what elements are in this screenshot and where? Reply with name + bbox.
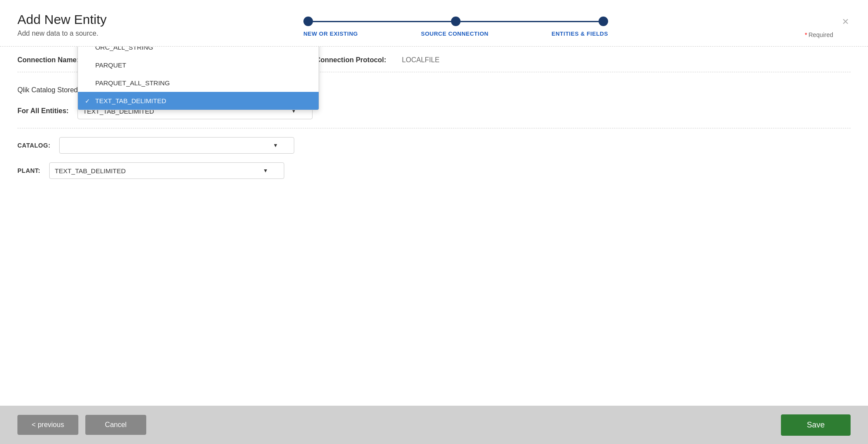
dropdown-item-parquet[interactable]: PARQUET — [78, 56, 319, 74]
step-label-3: ENTITIES & FIELDS — [552, 30, 608, 37]
catalog-dropdown-arrow-icon: ▼ — [273, 142, 278, 148]
save-button[interactable]: Save — [781, 414, 851, 436]
modal-body: Connection Name: XML_LOCALFILE_CONNECTIO… — [0, 47, 868, 406]
dropdown-item-orc-all-string[interactable]: ORC_ALL_STRING — [78, 47, 319, 56]
step-labels: NEW OR EXISTING SOURCE CONNECTION ENTITI… — [303, 30, 608, 37]
stepper-container: NEW OR EXISTING SOURCE CONNECTION ENTITI… — [107, 12, 805, 37]
format-section: Qlik Catalog Stored Format Type: For All… — [17, 72, 851, 198]
step-label-1: NEW OR EXISTING — [303, 30, 358, 37]
add-entity-modal: Add New Entity Add new data to a source.… — [0, 0, 868, 444]
catalog-row: CATALOG: ▼ — [17, 128, 851, 154]
plant-select-display[interactable]: TEXT_TAB_DELIMITED ▼ — [49, 162, 284, 179]
text-tab-delimited-label: TEXT_TAB_DELIMITED — [95, 97, 166, 104]
required-asterisk: * — [805, 31, 807, 38]
modal-subtitle: Add new data to a source. — [17, 30, 107, 37]
catalog-select-display[interactable]: ▼ — [59, 137, 294, 154]
plant-label: PLANT: — [17, 167, 40, 174]
step-dot-2 — [451, 17, 461, 26]
modal-footer: < previous Cancel Save — [0, 406, 868, 444]
orc-all-string-label: ORC_ALL_STRING — [95, 47, 153, 51]
header-left: Add New Entity Add new data to a source. — [17, 12, 107, 37]
format-select-box: — AVRO ORC ORC_ALL_STRING — [77, 103, 313, 119]
step-line-2 — [461, 21, 599, 22]
dropdown-item-parquet-all-string[interactable]: PARQUET_ALL_STRING — [78, 74, 319, 92]
modal-header: Add New Entity Add new data to a source.… — [0, 0, 868, 38]
format-dropdown: — AVRO ORC ORC_ALL_STRING — [77, 47, 319, 110]
connection-name-label: Connection Name: — [17, 56, 79, 64]
cancel-button[interactable]: Cancel — [85, 415, 146, 435]
parquet-label: PARQUET — [95, 61, 126, 69]
plant-select-box[interactable]: TEXT_TAB_DELIMITED ▼ — [49, 162, 284, 179]
step-line-1 — [313, 21, 451, 22]
catalog-label: CATALOG: — [17, 142, 50, 149]
plant-row: PLANT: TEXT_TAB_DELIMITED ▼ — [17, 162, 851, 179]
close-button[interactable]: × — [841, 14, 851, 29]
step-dot-1 — [303, 17, 313, 26]
step-dot-3 — [599, 17, 608, 26]
plant-selected-value: TEXT_TAB_DELIMITED — [55, 167, 126, 175]
entities-row: For All Entities: — AVRO ORC — [17, 103, 851, 119]
catalog-select-box[interactable]: ▼ — [59, 137, 294, 154]
entities-label: For All Entities: — [17, 107, 69, 115]
header-right: × *Required — [805, 12, 851, 38]
required-text: *Required — [805, 29, 851, 38]
plant-dropdown-arrow-icon: ▼ — [263, 168, 268, 174]
previous-button[interactable]: < previous — [17, 415, 78, 435]
footer-left: < previous Cancel — [17, 415, 146, 435]
step-label-2: SOURCE CONNECTION — [421, 30, 488, 37]
modal-title: Add New Entity — [17, 12, 107, 27]
required-label: Required — [808, 31, 833, 38]
parquet-all-string-label: PARQUET_ALL_STRING — [95, 79, 170, 87]
stepper — [303, 17, 608, 26]
check-text-tab-delimited: ✓ — [85, 98, 92, 104]
connection-protocol-label: Connection Protocol: — [316, 56, 387, 64]
connection-protocol-value: LOCALFILE — [402, 56, 439, 64]
dropdown-item-text-tab-delimited[interactable]: ✓ TEXT_TAB_DELIMITED — [78, 92, 319, 110]
